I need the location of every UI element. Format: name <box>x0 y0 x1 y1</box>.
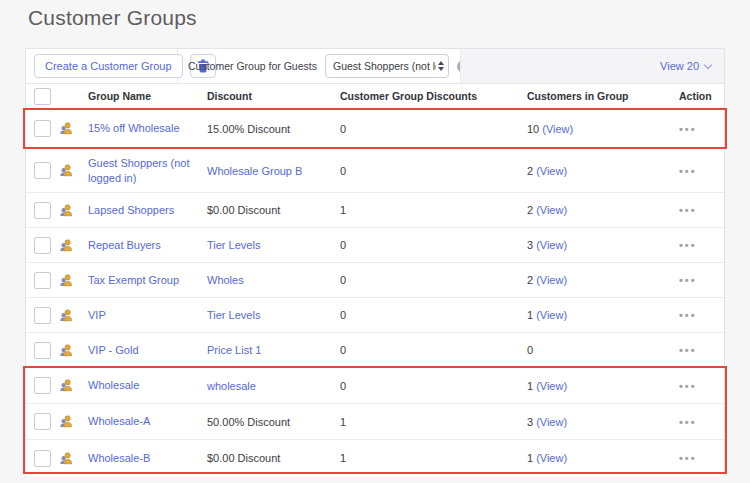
row-actions-button[interactable]: ••• <box>679 452 697 464</box>
row-actions-button[interactable]: ••• <box>679 123 697 135</box>
customer-group-icon <box>59 274 73 287</box>
customers-count: 1 <box>527 452 533 464</box>
view-customers-link[interactable]: (View) <box>536 274 567 286</box>
table-row: Guest Shoppers (not logged in) Wholesale… <box>26 149 724 193</box>
group-name-link[interactable]: VIP <box>88 309 106 321</box>
guest-group-select-value: Guest Shoppers (not logg <box>333 60 436 72</box>
customer-groups-panel: Create a Customer Group Customer Group f… <box>25 48 725 475</box>
customer-group-discounts-value: 0 <box>333 165 521 177</box>
customer-group-icon <box>59 309 73 322</box>
table-row: VIP - Gold Price List 1 0 0 ••• <box>26 333 724 368</box>
group-name-link[interactable]: VIP - Gold <box>88 344 139 356</box>
guest-group-select[interactable]: Guest Shoppers (not logg <box>325 54 449 78</box>
page-title: Customer Groups <box>28 6 197 30</box>
row-checkbox[interactable] <box>34 307 51 324</box>
view-customers-link[interactable]: (View) <box>536 416 567 428</box>
table-row: Wholesale-B $0.00 Discount 1 1(View) ••• <box>26 440 724 476</box>
column-header-group-name: Group Name <box>81 89 200 104</box>
select-all-checkbox[interactable] <box>34 88 51 105</box>
discount-value[interactable]: Wholes <box>200 274 333 286</box>
customers-count: 10 <box>527 123 539 135</box>
group-name-link[interactable]: Wholesale-B <box>88 452 150 464</box>
row-actions-button[interactable]: ••• <box>679 274 697 286</box>
discount-value: 50.00% Discount <box>200 416 333 428</box>
customer-group-icon <box>59 164 73 177</box>
customers-count: 3 <box>527 239 533 251</box>
table-row: 15% off Wholesale 15.00% Discount 0 10(V… <box>26 109 724 149</box>
row-checkbox[interactable] <box>34 413 51 430</box>
discount-value: $0.00 Discount <box>200 204 333 216</box>
row-actions-button[interactable]: ••• <box>679 239 697 251</box>
customers-count: 1 <box>527 380 533 392</box>
row-actions-button[interactable]: ••• <box>679 309 697 321</box>
group-name-link[interactable]: 15% off Wholesale <box>88 122 180 134</box>
group-name-link[interactable]: Repeat Buyers <box>88 239 161 251</box>
table-row: Tax Exempt Group Wholes 0 2(View) ••• <box>26 263 724 298</box>
customer-group-icon <box>59 204 73 217</box>
discount-value[interactable]: wholesale <box>200 380 333 392</box>
group-name-link[interactable]: Wholesale-A <box>88 415 150 427</box>
table-row: Wholesale-A 50.00% Discount 1 3(View) ••… <box>26 404 724 440</box>
customer-group-icon <box>59 415 73 428</box>
row-checkbox[interactable] <box>34 202 51 219</box>
column-header-action: Action <box>661 90 724 102</box>
row-actions-button[interactable]: ••• <box>679 165 697 177</box>
row-checkbox[interactable] <box>34 272 51 289</box>
customer-groups-page: Customer Groups Create a Customer Group … <box>0 0 750 483</box>
row-checkbox[interactable] <box>34 120 51 137</box>
toolbar-right-section: View 20 <box>461 49 724 83</box>
discount-value[interactable]: Tier Levels <box>200 239 333 251</box>
row-checkbox[interactable] <box>34 162 51 179</box>
view-customers-link[interactable]: (View) <box>536 380 567 392</box>
row-actions-button[interactable]: ••• <box>679 416 697 428</box>
view-count-label: View 20 <box>660 60 699 72</box>
group-name-link[interactable]: Lapsed Shoppers <box>88 204 174 216</box>
customers-count: 2 <box>527 204 533 216</box>
discount-value[interactable]: Tier Levels <box>200 309 333 321</box>
column-header-discount: Discount <box>200 90 333 102</box>
table-row: Repeat Buyers Tier Levels 0 3(View) ••• <box>26 228 724 263</box>
customers-count: 2 <box>527 274 533 286</box>
group-name-link[interactable]: Tax Exempt Group <box>88 274 179 286</box>
view-customers-link[interactable]: (View) <box>536 239 567 251</box>
view-customers-link[interactable]: (View) <box>536 309 567 321</box>
group-name-link[interactable]: Guest Shoppers (not logged in) <box>88 157 190 184</box>
customer-group-icon <box>59 239 73 252</box>
customer-group-discounts-value: 0 <box>333 239 521 251</box>
toolbar-left-section: Create a Customer Group <box>26 49 178 83</box>
discount-value: 15.00% Discount <box>200 123 333 135</box>
view-count-dropdown[interactable]: View 20 <box>660 60 711 72</box>
table-body: 15% off Wholesale 15.00% Discount 0 10(V… <box>26 109 724 476</box>
view-customers-link[interactable]: (View) <box>536 204 567 216</box>
row-actions-button[interactable]: ••• <box>679 344 697 356</box>
view-customers-link[interactable]: (View) <box>536 452 567 464</box>
row-checkbox[interactable] <box>34 377 51 394</box>
table-header: Group Name Discount Customer Group Disco… <box>26 84 724 109</box>
table-row: Lapsed Shoppers $0.00 Discount 1 2(View)… <box>26 193 724 228</box>
table-row: VIP Tier Levels 0 1(View) ••• <box>26 298 724 333</box>
row-checkbox[interactable] <box>34 237 51 254</box>
row-checkbox[interactable] <box>34 342 51 359</box>
customer-group-icon <box>59 379 73 392</box>
customers-count: 0 <box>527 344 533 356</box>
customer-group-icon <box>59 452 73 465</box>
customer-group-icon <box>59 122 73 135</box>
customers-count: 2 <box>527 165 533 177</box>
customer-group-discounts-value: 1 <box>333 452 521 464</box>
toolbar: Create a Customer Group Customer Group f… <box>26 49 724 84</box>
row-checkbox[interactable] <box>34 450 51 467</box>
customers-count: 1 <box>527 309 533 321</box>
discount-value[interactable]: Price List 1 <box>200 344 333 356</box>
select-stepper-icon <box>438 61 444 71</box>
create-customer-group-button[interactable]: Create a Customer Group <box>34 54 183 78</box>
customer-group-discounts-value: 1 <box>333 416 521 428</box>
view-customers-link[interactable]: (View) <box>536 165 567 177</box>
customer-group-discounts-value: 0 <box>333 380 521 392</box>
row-actions-button[interactable]: ••• <box>679 380 697 392</box>
view-customers-link[interactable]: (View) <box>542 123 573 135</box>
discount-value[interactable]: Wholesale Group B <box>200 165 333 177</box>
row-actions-button[interactable]: ••• <box>679 204 697 216</box>
group-name-link[interactable]: Wholesale <box>88 379 139 391</box>
toolbar-guest-group-section: Customer Group for Guests Guest Shoppers… <box>178 49 461 83</box>
chevron-down-icon <box>704 60 712 68</box>
